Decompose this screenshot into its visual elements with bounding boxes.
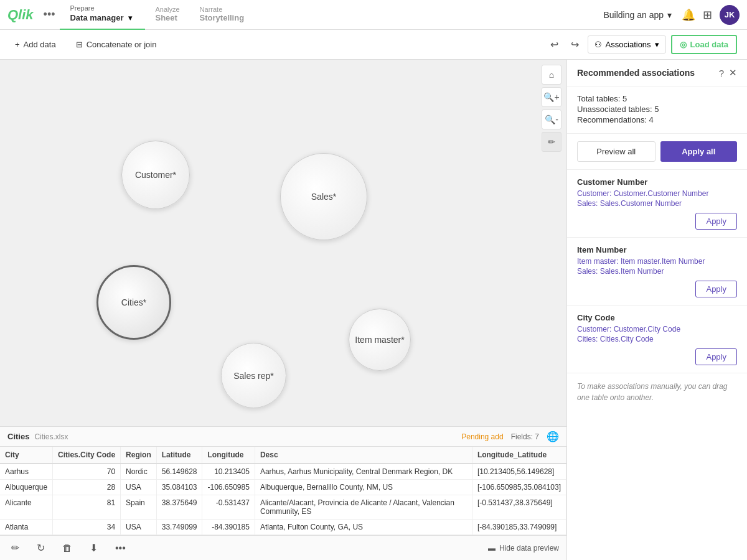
data-table-body: Aarhus 70 Nordic 56.149628 10.213405 Aar… (0, 464, 566, 535)
nav-analyze-top: Analyze (155, 6, 179, 13)
cell-region: Spain (121, 495, 157, 520)
table-node-sales-rep[interactable]: Sales rep* (221, 343, 286, 408)
rec-title-customer-number: Customer Number (577, 177, 737, 187)
filter-tool-button[interactable]: ⬇ (86, 539, 101, 556)
undo-button[interactable]: ↩ (547, 36, 562, 53)
rec-detail-customer-1: Customer: Customer.Customer Number (577, 189, 737, 198)
cell-latitude: 38.375649 (156, 495, 202, 520)
apply-button-customer-number[interactable]: Apply (695, 213, 737, 230)
associations-button[interactable]: ⚇ Associations ▾ (588, 35, 666, 54)
table-node-sales[interactable]: Sales* (280, 153, 367, 240)
table-row: Alicante 81 Spain 38.375649 -0.531437 Al… (0, 495, 566, 520)
more-tool-button[interactable]: ••• (111, 540, 129, 556)
cell-city-code: 28 (53, 480, 121, 495)
home-canvas-button[interactable]: ⌂ (542, 65, 561, 85)
cell-long-lat: [-0.531437,38.375649] (472, 495, 566, 520)
cell-long-lat: [-106.650985,35.084103] (472, 480, 566, 495)
nav-analyze[interactable]: Analyze Sheet (145, 0, 189, 30)
zoom-out-button[interactable]: 🔍- (542, 110, 561, 129)
nav-analyze-main: Sheet (155, 13, 179, 22)
table-node-cities[interactable]: Cities* (96, 265, 171, 340)
canvas-controls: ⌂ 🔍+ 🔍- ✏ (542, 65, 561, 152)
table-node-customer[interactable]: Customer* (121, 141, 190, 209)
cell-city: Albuquerque (0, 480, 53, 495)
concat-icon: ⊟ (76, 40, 83, 49)
top-navigation: Qlik ••• Prepare Data manager ▾ Analyze … (0, 0, 747, 30)
nav-narrate-main: Storytelling (200, 13, 245, 22)
user-avatar[interactable]: JK (720, 5, 740, 25)
recommendation-item-number: Item Number Item master: Item master.Ite… (567, 238, 747, 306)
main-layout: Customer* Sales* Cities* Item master* Sa… (0, 60, 747, 560)
qlik-logo-text: Qlik (7, 7, 34, 23)
right-panel-icons: ? ✕ (719, 67, 737, 78)
pencil-tool-button[interactable]: ✏ (542, 132, 561, 152)
pending-add-badge: Pending add (461, 432, 503, 441)
right-panel-stats: Total tables: 5 Unassociated tables: 5 R… (567, 86, 747, 134)
bottom-panel-header: Cities Cities.xlsx Pending add Fields: 7… (0, 427, 566, 447)
col-city-code: Cities.City Code (53, 447, 121, 464)
load-data-circle-icon: ◎ (680, 40, 687, 49)
delete-tool-button[interactable]: 🗑 (59, 540, 76, 556)
canvas-wrapper: Customer* Sales* Cities* Item master* Sa… (0, 60, 566, 560)
cell-desc: Aarhus, Aarhus Municipality, Central Den… (255, 464, 472, 480)
right-panel-actions: Preview all Apply all (567, 134, 747, 170)
load-data-button[interactable]: ◎ Load data (671, 35, 737, 54)
nav-narrate[interactable]: Narrate Storytelling (190, 0, 255, 30)
edit-tool-button[interactable]: ✏ (7, 539, 23, 556)
concat-join-label: Concatenate or join (87, 40, 157, 49)
cell-latitude: 56.149628 (156, 464, 202, 480)
cell-longitude: -84.390185 (202, 520, 255, 535)
app-title[interactable]: Building an app ▾ (603, 10, 672, 20)
right-panel-help-button[interactable]: ? (719, 67, 724, 78)
recommendation-customer-number: Customer Number Customer: Customer.Custo… (567, 170, 747, 238)
col-long-lat: Longitude_Latitude (472, 447, 566, 464)
nav-prepare-dropdown[interactable]: ▾ (126, 12, 135, 24)
apply-all-button[interactable]: Apply all (660, 141, 738, 162)
table-node-sales-label: Sales* (311, 192, 336, 202)
rec-detail-city-2: Cities: Cities.City Code (577, 335, 737, 343)
recommendation-city-code: City Code Customer: Customer.City Code C… (567, 306, 747, 373)
table-node-cities-label: Cities* (121, 297, 146, 307)
toolbar-right: ↩ ↪ ⚇ Associations ▾ ◎ Load data (547, 35, 737, 54)
stat-total-tables: Total tables: 5 (577, 94, 737, 103)
cell-region: USA (121, 480, 157, 495)
qlik-menu-button[interactable]: ••• (39, 6, 60, 24)
grid-button[interactable]: ⊞ (703, 8, 712, 22)
col-desc: Desc (255, 447, 472, 464)
cell-city: Aarhus (0, 464, 53, 480)
cell-city: Atlanta (0, 520, 53, 535)
col-city: City (0, 447, 53, 464)
rec-detail-customer-2: Sales: Sales.Customer Number (577, 199, 737, 208)
right-panel-footer: To make associations manually, you can d… (567, 373, 747, 411)
add-data-button[interactable]: + Add data (10, 36, 61, 53)
stat-unassociated: Unassociated tables: 5 (577, 105, 737, 114)
cell-city-code: 81 (53, 495, 121, 520)
cell-long-lat: [10.213405,56.149628] (472, 464, 566, 480)
preview-all-button[interactable]: Preview all (577, 141, 655, 162)
rec-detail-city-1: Customer: Customer.City Code (577, 325, 737, 334)
cell-long-lat: [-84.390185,33.749099] (472, 520, 566, 535)
stat-recommendations: Recommendations: 4 (577, 115, 737, 124)
redo-button[interactable]: ↪ (567, 36, 583, 53)
rec-title-item-number: Item Number (577, 245, 737, 254)
plus-icon: + (15, 40, 20, 49)
right-panel-close-button[interactable]: ✕ (729, 67, 737, 78)
refresh-tool-button[interactable]: ↻ (33, 539, 49, 556)
table-row: Atlanta 34 USA 33.749099 -84.390185 Atla… (0, 520, 566, 535)
zoom-in-button[interactable]: 🔍+ (542, 87, 561, 107)
cell-latitude: 35.084103 (156, 480, 202, 495)
bottom-data-panel: Cities Cities.xlsx Pending add Fields: 7… (0, 426, 566, 560)
qlik-logo: Qlik (7, 7, 34, 23)
notification-button[interactable]: 🔔 (682, 8, 695, 22)
concatenate-join-button[interactable]: ⊟ Concatenate or join (71, 36, 162, 53)
load-data-label: Load data (690, 40, 728, 49)
table-header-row: City Cities.City Code Region Latitude Lo… (0, 447, 566, 464)
table-node-item-master[interactable]: Item master* (349, 309, 411, 371)
apply-button-city-code[interactable]: Apply (695, 348, 737, 365)
hide-preview-button[interactable]: ▬ Hide data preview (488, 544, 559, 553)
rec-detail-item-2: Sales: Sales.Item Number (577, 267, 737, 276)
nav-prepare[interactable]: Prepare Data manager ▾ (60, 0, 145, 30)
add-data-label: Add data (24, 40, 56, 49)
cell-desc: Alicante/Alacant, Provincia de Alicante … (255, 495, 472, 520)
apply-button-item-number[interactable]: Apply (695, 281, 737, 297)
